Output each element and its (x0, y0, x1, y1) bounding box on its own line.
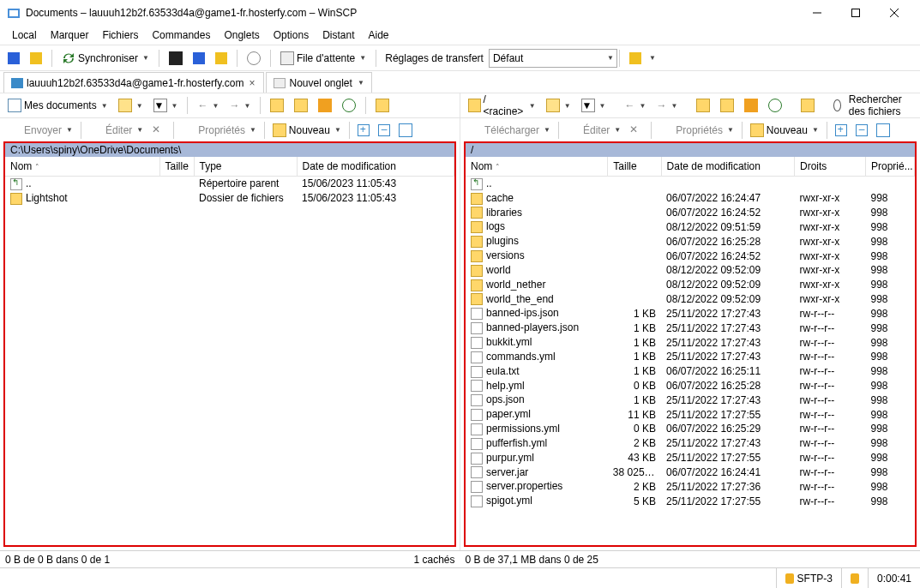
table-row[interactable]: paper.yml11 KB25/11/2022 17:27:55rw-r--r… (466, 407, 915, 422)
table-row[interactable]: banned-players.json1 KB25/11/2022 17:27:… (466, 321, 915, 335)
remote-refresh-button[interactable] (764, 95, 786, 116)
col-size[interactable]: Taille (159, 157, 194, 177)
table-row[interactable]: permissions.yml0 KB06/07/2022 16:25:29rw… (466, 422, 915, 436)
minimize-button[interactable] (797, 0, 836, 26)
chevron-down-icon[interactable]: ▼ (607, 54, 614, 62)
table-row[interactable]: cache06/07/2022 16:24:47rwxr-xr-x998 (466, 191, 915, 206)
table-row[interactable]: logs08/12/2022 09:51:59rwxr-xr-x998 (466, 219, 915, 234)
local-forward-button[interactable]: →▼ (225, 95, 255, 116)
toolbar-icon-b[interactable] (26, 48, 46, 69)
local-send-button[interactable]: Envoyer▼ (3, 120, 77, 141)
local-filter-button[interactable]: ▼▼ (149, 95, 183, 116)
remote-invert-select-button[interactable] (872, 120, 894, 141)
remote-properties-button[interactable]: Propriétés▼ (655, 120, 738, 141)
local-invert-select-button[interactable] (394, 120, 417, 141)
toolbar-icon-a[interactable] (3, 48, 24, 69)
table-row[interactable]: server.properties2 KB25/11/2022 17:27:36… (466, 479, 915, 494)
table-row[interactable]: versions06/07/2022 16:24:52rwxr-xr-x998 (466, 249, 915, 263)
remote-delete-button[interactable]: ✕ (625, 120, 647, 141)
chevron-down-icon[interactable]: ▼ (649, 54, 656, 62)
table-row[interactable]: help.yml0 KB06/07/2022 16:25:28rw-r--r--… (466, 379, 915, 393)
menu-fichiers[interactable]: Fichiers (95, 27, 145, 43)
local-home-button[interactable] (314, 95, 336, 116)
remote-deselect-all-button[interactable] (851, 120, 872, 141)
table-row[interactable]: world_the_end08/12/2022 09:52:09rwxr-xr-… (466, 292, 915, 307)
remote-file-list[interactable]: Nom˄ Taille Date de modification Droits … (464, 157, 917, 547)
remote-bookmark-button[interactable] (797, 95, 819, 116)
remote-root-folder-button[interactable] (716, 95, 738, 116)
col-mtime[interactable]: Date de modification (297, 157, 454, 177)
col-owner[interactable]: Proprié... (865, 157, 914, 177)
tab-session[interactable]: lauuuh12b2f.63533d4a@game1-fr.hosterfy.c… (3, 72, 264, 93)
remote-new-button[interactable]: Nouveau▼ (746, 120, 823, 141)
local-deselect-all-button[interactable] (374, 120, 394, 141)
remote-filter-button[interactable]: ▼▼ (577, 95, 610, 116)
col-name[interactable]: Nom˄ (5, 157, 159, 177)
menu-distant[interactable]: Distant (316, 27, 361, 43)
table-row[interactable]: world08/12/2022 09:52:09rwxr-xr-x998 (466, 263, 915, 278)
remote-edit-button[interactable]: Éditer▼ (562, 120, 625, 141)
local-back-button[interactable]: ←▼ (193, 95, 223, 116)
toolbar-icon-d[interactable] (625, 48, 646, 69)
table-row[interactable]: spigot.yml5 KB25/11/2022 17:27:55rw-r--r… (466, 494, 915, 508)
remote-open-folder-button[interactable]: ▼ (542, 95, 575, 116)
menu-aide[interactable]: Aide (362, 27, 396, 43)
table-row[interactable]: ops.json1 KB25/11/2022 17:27:43rw-r--r--… (466, 393, 915, 407)
footer-protocol[interactable]: SFTP-3 (776, 568, 841, 588)
remote-up-folder-button[interactable] (692, 95, 714, 116)
local-root-folder-button[interactable] (290, 95, 312, 116)
remote-download-button[interactable]: Télécharger▼ (464, 120, 555, 141)
settings-button[interactable] (243, 48, 265, 69)
menu-marquer[interactable]: Marquer (44, 27, 96, 43)
col-mtime[interactable]: Date de modification (661, 157, 794, 177)
remote-back-button[interactable]: ←▼ (620, 95, 650, 116)
synchronize-button[interactable]: Synchroniser ▼ (57, 48, 153, 69)
maximize-button[interactable] (836, 0, 875, 26)
col-size[interactable]: Taille (608, 157, 661, 177)
table-row[interactable]: bukkit.yml1 KB25/11/2022 17:27:43rw-r--r… (466, 335, 915, 350)
table-row[interactable]: pufferfish.yml2 KB25/11/2022 17:27:43rw-… (466, 436, 915, 451)
table-row[interactable]: eula.txt1 KB06/07/2022 16:25:11rw-r--r--… (466, 364, 915, 379)
table-row[interactable]: libraries06/07/2022 16:24:52rwxr-xr-x998 (466, 206, 915, 220)
toolbar-icon-c[interactable] (211, 48, 232, 69)
close-button[interactable] (875, 0, 913, 26)
remote-path[interactable]: / (464, 141, 917, 157)
col-name[interactable]: Nom˄ (466, 157, 608, 177)
local-refresh-button[interactable] (338, 95, 360, 116)
local-bookmark-button[interactable] (371, 95, 394, 116)
local-drive-button[interactable]: Mes documents ▼ (3, 95, 112, 116)
remote-home-button[interactable] (740, 95, 762, 116)
table-row[interactable]: plugins06/07/2022 16:25:28rwxr-xr-x998 (466, 234, 915, 249)
table-row[interactable]: LightshotDossier de fichiers15/06/2023 1… (5, 191, 454, 206)
table-row[interactable]: purpur.yml43 KB25/11/2022 17:27:55rw-r--… (466, 451, 915, 465)
table-row[interactable]: .. (466, 177, 915, 191)
local-delete-button[interactable]: ✕ (147, 120, 170, 141)
transfer-settings-select[interactable] (489, 49, 617, 68)
col-rights[interactable]: Droits (795, 157, 866, 177)
table-row[interactable]: banned-ips.json1 KB25/11/2022 17:27:43rw… (466, 306, 915, 321)
remote-search-button[interactable]: Rechercher des fichiers (829, 95, 911, 116)
local-properties-button[interactable]: Propriétés▼ (177, 120, 261, 141)
local-up-folder-button[interactable] (266, 95, 288, 116)
local-new-button[interactable]: Nouveau▼ (268, 120, 346, 141)
footer-lock[interactable] (841, 568, 868, 588)
col-type[interactable]: Type (194, 157, 297, 177)
remote-select-all-button[interactable] (831, 120, 851, 141)
table-row[interactable]: server.jar38 025 KB06/07/2022 16:24:41rw… (466, 465, 915, 480)
table-row[interactable]: ..Répertoire parent15/06/2023 11:05:43 (5, 177, 454, 191)
menu-onglets[interactable]: Onglets (217, 27, 266, 43)
table-row[interactable]: world_nether08/12/2022 09:52:09rwxr-xr-x… (466, 278, 915, 292)
local-file-list[interactable]: Nom˄ Taille Type Date de modification ..… (3, 157, 456, 547)
tab-new[interactable]: Nouvel onglet ▼ (266, 72, 371, 93)
local-path[interactable]: C:\Users\spiny\OneDrive\Documents\ (3, 141, 456, 157)
queue-button[interactable]: File d'attente ▼ (276, 48, 370, 69)
local-edit-button[interactable]: Éditer▼ (85, 120, 147, 141)
menu-local[interactable]: Local (5, 27, 44, 43)
menu-options[interactable]: Options (267, 27, 316, 43)
terminal-button[interactable] (165, 48, 187, 69)
local-open-folder-button[interactable]: ▼ (114, 95, 147, 116)
local-select-all-button[interactable] (353, 120, 374, 141)
close-icon[interactable]: × (247, 77, 256, 89)
menu-commandes[interactable]: Commandes (145, 27, 217, 43)
table-row[interactable]: commands.yml1 KB25/11/2022 17:27:43rw-r-… (466, 350, 915, 364)
